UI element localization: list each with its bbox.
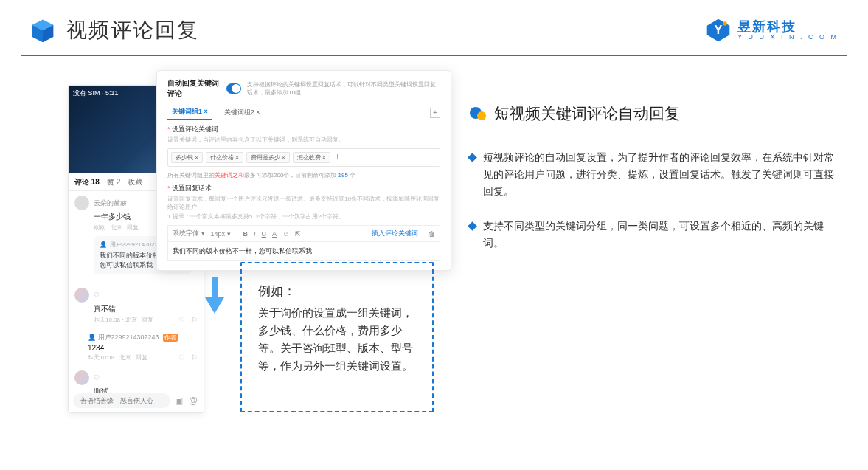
keyword-chip[interactable]: 什么价格 × bbox=[206, 152, 243, 163]
header-divider bbox=[21, 55, 847, 56]
avatar bbox=[74, 370, 89, 385]
svg-point-9 bbox=[477, 111, 486, 120]
dislike-icon[interactable]: ⚐ bbox=[191, 316, 198, 324]
bullet-item: 支持不同类型的关键词分组，同一类问题，可设置多个相近的、高频的关键词。 bbox=[469, 218, 838, 252]
keyword-chip[interactable]: 费用是多少 × bbox=[246, 152, 290, 163]
page-title: 视频评论回复 bbox=[66, 16, 199, 44]
brand-logo: Y 昱新科技 Y U U X I N . C O M bbox=[705, 17, 839, 44]
auto-reply-toggle[interactable] bbox=[226, 83, 242, 94]
section-title: 短视频关键词评论自动回复 bbox=[494, 103, 680, 124]
avatar bbox=[74, 196, 89, 210]
comment-user: ♡ bbox=[94, 291, 100, 299]
image-icon[interactable]: ▣ bbox=[175, 395, 183, 406]
richtext-body[interactable]: 我们不同的版本价格不一样，您可以私信联系我 bbox=[167, 242, 440, 261]
comment-reply-link[interactable]: 回复 bbox=[127, 224, 139, 232]
settings-panel: 自动回复关键词评论 支持根据评论的关键词设置回复话术，可以针对不同类型关键词设置… bbox=[156, 70, 451, 271]
italic-button[interactable]: I bbox=[254, 230, 256, 238]
comment-item: 👤 用户2299214302243 作者 1234 昨天10:08 · 北京 回… bbox=[69, 328, 204, 366]
phone-status: 没有 SIM · 5:11 bbox=[73, 89, 119, 98]
comment-user: ♡ bbox=[94, 374, 100, 381]
tab-favs[interactable]: 收藏 bbox=[128, 177, 142, 187]
comment-input[interactable] bbox=[73, 393, 170, 408]
heart-icon[interactable]: ♡ bbox=[178, 316, 185, 324]
bold-button[interactable]: B bbox=[243, 230, 249, 238]
keyword-count-line: 所有关键词组里的关键词之和最多可添加200个，目前剩余可添加 195 个 bbox=[167, 171, 440, 179]
bullet-text: 支持不同类型的关键词分组，同一类问题，可设置多个相近的、高频的关键词。 bbox=[483, 218, 838, 252]
svg-text:Y: Y bbox=[715, 23, 723, 36]
keyword-group-tab-2[interactable]: 关键词组2 × bbox=[220, 106, 265, 120]
author-tag: 作者 bbox=[163, 334, 178, 342]
keyword-input-cursor[interactable]: | bbox=[333, 152, 342, 163]
panel-title: 自动回复关键词评论 bbox=[167, 78, 221, 99]
underline-button[interactable]: U bbox=[262, 230, 267, 238]
emoji-icon[interactable]: ☺ bbox=[204, 395, 204, 406]
example-box: 例如： 关于询价的设置成一组关键词，多少钱、什么价格，费用多少等。关于咨询班型、… bbox=[240, 262, 434, 412]
comment-body: 真不错 bbox=[94, 304, 198, 314]
keyword-chips[interactable]: 多少钱 × 什么价格 × 费用是多少 × 怎么收费 × | bbox=[167, 148, 440, 167]
comment-user: 👤 用户2299214302243 作者 bbox=[88, 333, 178, 342]
richtext-toolbar: 系统字体 ▾ 14px ▾ B I U A ☺ ⇱ 插入评论关键词 🗑 bbox=[167, 225, 440, 242]
example-body: 关于询价的设置成一组关键词，多少钱、什么价格，费用多少等。关于咨询班型、版本、型… bbox=[258, 304, 416, 375]
logo-icon: Y bbox=[705, 17, 732, 44]
person-icon: 👤 bbox=[88, 334, 96, 341]
cube-icon bbox=[29, 17, 56, 44]
logo-text-main: 昱新科技 bbox=[737, 20, 839, 34]
svg-marker-7 bbox=[205, 297, 224, 314]
color-button[interactable]: A bbox=[272, 230, 277, 238]
keyword-chip[interactable]: 多少钱 × bbox=[171, 152, 203, 163]
link-button[interactable]: ⇱ bbox=[295, 230, 301, 238]
comment-time: 刚刚 · 北京 bbox=[94, 224, 122, 232]
svg-rect-6 bbox=[212, 277, 218, 299]
panel-hint: 支持根据评论的关键词设置回复话术，可以针对不同类型关键词设置回复话术，最多添加1… bbox=[247, 80, 440, 97]
comment-time: 昨天10:08 · 北京 bbox=[94, 316, 137, 324]
heart-icon[interactable]: ♡ bbox=[178, 353, 185, 362]
comment-body: 1234 bbox=[88, 344, 198, 352]
at-icon[interactable]: @ bbox=[189, 395, 198, 406]
comment-item: ♡ 真不错 昨天10:08 · 北京 回复 ♡⚐ bbox=[69, 283, 204, 328]
font-select[interactable]: 系统字体 ▾ bbox=[173, 229, 205, 238]
person-icon: 👤 bbox=[100, 241, 107, 248]
avatar bbox=[74, 288, 89, 303]
bullet-item: 短视频评论的自动回复设置，为了提升作者的评论回复效率，在系统中针对常见的评论用户… bbox=[469, 149, 838, 200]
field-label-reply: 设置回复话术 bbox=[167, 184, 440, 193]
comment-time: 昨天10:08 · 北京 bbox=[88, 353, 131, 362]
example-title: 例如： bbox=[258, 283, 416, 300]
field-label-keywords: 设置评论关键词 bbox=[167, 125, 440, 134]
field-hint-reply: 设置回复话术，每回复一个用户评论只发送一条话术。最多支持设置10条不同话术，按添… bbox=[167, 195, 440, 211]
field-tip-reply: 1 提示：一个富文本框最多支持512个字符，一个汉字占用2个字符。 bbox=[167, 212, 440, 221]
tab-likes[interactable]: 赞 2 bbox=[107, 177, 120, 187]
logo-text-sub: Y U U X I N . C O M bbox=[737, 34, 839, 41]
svg-point-5 bbox=[723, 21, 726, 25]
insert-keyword-link[interactable]: 插入评论关键词 bbox=[372, 229, 418, 238]
add-group-button[interactable]: + bbox=[430, 108, 440, 118]
dislike-icon[interactable]: ⚐ bbox=[191, 353, 198, 362]
field-hint-keywords: 设置关键词，当评论里内容包含了以下关键词，则系统可自动回复。 bbox=[167, 136, 440, 144]
arrow-down-icon bbox=[204, 277, 226, 314]
comment-reply-link[interactable]: 回复 bbox=[142, 316, 153, 324]
bullet-text: 短视频评论的自动回复设置，为了提升作者的评论回复效率，在系统中针对常见的评论用户… bbox=[483, 149, 838, 200]
size-select[interactable]: 14px ▾ bbox=[211, 230, 231, 238]
delete-icon[interactable]: 🗑 bbox=[428, 230, 435, 238]
diamond-icon bbox=[468, 221, 477, 231]
section-bullet-icon bbox=[469, 105, 487, 122]
tab-comments[interactable]: 评论 18 bbox=[74, 177, 100, 187]
emoji-button[interactable]: ☺ bbox=[282, 230, 289, 238]
keyword-group-tab-1[interactable]: 关键词组1 × bbox=[167, 105, 212, 120]
comment-user: 云朵的赫赫 bbox=[94, 198, 127, 208]
diamond-icon bbox=[468, 153, 477, 162]
keyword-chip[interactable]: 怎么收费 × bbox=[293, 152, 330, 163]
comment-reply-link[interactable]: 回复 bbox=[136, 353, 147, 362]
